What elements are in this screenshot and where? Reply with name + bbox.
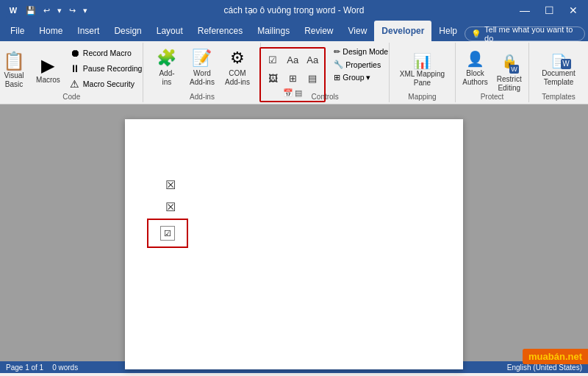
rich-text-control[interactable]: Aa bbox=[283, 51, 302, 68]
block-authors-icon: 👤 bbox=[466, 50, 484, 68]
addins-label: Add-ins bbox=[159, 69, 174, 87]
editing-badge: W bbox=[509, 65, 519, 74]
tab-design[interactable]: Design bbox=[107, 21, 148, 41]
word-badge: W bbox=[561, 59, 571, 69]
tab-review[interactable]: Review bbox=[297, 21, 340, 41]
ribbon-tabs: File Home Insert Design Layout Reference… bbox=[0, 21, 588, 41]
checkbox-symbol-1: ☒ bbox=[165, 178, 176, 192]
undo-button[interactable]: ↩ bbox=[41, 4, 52, 17]
pause-icon: ⏸ bbox=[69, 63, 81, 74]
design-mode-button[interactable]: ✏ Design Mode bbox=[331, 46, 390, 57]
tab-developer[interactable]: Developer bbox=[374, 21, 431, 41]
maximize-button[interactable]: ☐ bbox=[540, 3, 559, 18]
checkbox-content-control[interactable]: ☑ bbox=[263, 51, 282, 68]
tell-me-text: Tell me what you want to do bbox=[484, 25, 578, 43]
checkbox-symbol-2: ☒ bbox=[165, 200, 176, 214]
document-template-button[interactable]: 📄 W DocumentTemplate bbox=[537, 46, 580, 96]
visual-basic-icon: 📋 bbox=[3, 52, 25, 70]
tab-references[interactable]: References bbox=[190, 21, 250, 41]
controls-group-label: Controls bbox=[261, 93, 389, 101]
picture-control[interactable]: 🖼 bbox=[263, 69, 282, 87]
tab-view[interactable]: View bbox=[341, 21, 375, 41]
com-addins-label: COMAdd-ins bbox=[225, 69, 250, 87]
block-authors-button[interactable]: 👤 BlockAuthors bbox=[459, 46, 490, 96]
tab-home[interactable]: Home bbox=[32, 21, 70, 41]
status-right: English (United States) bbox=[507, 363, 582, 372]
macros-button[interactable]: ▶ Macros bbox=[32, 46, 65, 96]
tab-help[interactable]: Help bbox=[431, 21, 465, 41]
dropdown-control[interactable]: ▤ bbox=[303, 69, 322, 87]
document-page[interactable]: ☒ ☒ ☑ bbox=[125, 119, 463, 369]
add-ins-button[interactable]: 🧩 Add-ins bbox=[151, 46, 183, 96]
macro-security-label: Macro Security bbox=[83, 79, 135, 88]
design-mode-icon: ✏ bbox=[334, 47, 340, 56]
tab-file[interactable]: File bbox=[3, 21, 32, 41]
code-group-label: Code bbox=[0, 93, 143, 101]
visual-basic-label: VisualBasic bbox=[4, 71, 24, 89]
muaban-text: muabán bbox=[528, 351, 565, 362]
word-addins-button[interactable]: 📝 WordAdd-ins bbox=[186, 46, 218, 96]
redo-button[interactable]: ↪ bbox=[67, 4, 78, 17]
record-icon: ⏺ bbox=[69, 47, 81, 59]
addins-icon: 🧩 bbox=[157, 49, 176, 68]
group-label: Group ▾ bbox=[343, 73, 370, 82]
ribbon-group-code: 📋 VisualBasic ▶ Macros ⏺ Record Macro ⏸ … bbox=[0, 43, 143, 102]
window-controls: — ☐ ✕ bbox=[515, 3, 582, 18]
lightbulb-icon: 💡 bbox=[471, 29, 481, 39]
muaban-logo: muabán.net bbox=[523, 349, 588, 364]
word-addins-label: WordAdd-ins bbox=[190, 69, 215, 87]
ribbon-group-protect: 👤 BlockAuthors 🔒 W RestrictEditing Prote… bbox=[456, 43, 529, 102]
minimize-button[interactable]: — bbox=[515, 3, 534, 18]
mapping-group-label: Mapping bbox=[390, 93, 455, 101]
xml-mapping-icon: 📊 bbox=[413, 54, 431, 68]
restrict-editing-button[interactable]: 🔒 W RestrictEditing bbox=[494, 46, 525, 96]
tell-me-field[interactable]: 💡 Tell me what you want to do bbox=[465, 26, 585, 41]
document-area: ☒ ☒ ☑ bbox=[0, 104, 588, 361]
document-template-icon: 📄 W bbox=[551, 54, 567, 68]
plain-text-control[interactable]: Aa bbox=[303, 51, 322, 68]
restrict-editing-label: RestrictEditing bbox=[497, 75, 522, 93]
properties-icon: 🔧 bbox=[334, 60, 343, 69]
title-bar-left: W 💾 ↩ ▾ ↪ ▾ bbox=[6, 3, 90, 18]
com-addins-icon: ⚙ bbox=[230, 49, 245, 68]
pause-recording-button[interactable]: ⏸ Pause Recording bbox=[66, 61, 146, 76]
group-button[interactable]: ⊞ Group ▾ bbox=[331, 71, 390, 83]
combo-box-control[interactable]: ⊞ bbox=[283, 69, 302, 87]
design-mode-label: Design Mode bbox=[343, 47, 388, 56]
window-title: cách tạo ô vuông trong word - Word bbox=[224, 5, 365, 15]
record-macro-button[interactable]: ⏺ Record Macro bbox=[66, 46, 146, 60]
properties-button[interactable]: 🔧 Properties bbox=[331, 58, 390, 71]
save-button[interactable]: 💾 bbox=[24, 4, 38, 17]
ribbon-group-templates: 📄 W DocumentTemplate Templates bbox=[529, 43, 588, 102]
customize-quick-access[interactable]: ▾ bbox=[81, 4, 90, 17]
word-app-icon: W bbox=[6, 3, 21, 18]
page-indicator: Page 1 of 1 bbox=[6, 363, 43, 372]
tab-insert[interactable]: Insert bbox=[70, 21, 107, 41]
com-addins-button[interactable]: ⚙ COMAdd-ins bbox=[221, 46, 254, 96]
record-macro-label: Record Macro bbox=[83, 49, 132, 57]
title-bar: W 💾 ↩ ▾ ↪ ▾ cách tạo ô vuông trong word … bbox=[0, 0, 588, 21]
protect-group-label: Protect bbox=[456, 93, 528, 101]
macro-security-button[interactable]: ⚠ Macro Security bbox=[66, 77, 146, 91]
properties-label: Properties bbox=[345, 60, 381, 69]
restrict-editing-icon-area: 🔒 W bbox=[501, 49, 517, 74]
macro-sub-buttons: ⏺ Record Macro ⏸ Pause Recording ⚠ Macro… bbox=[66, 46, 146, 96]
templates-group-label: Templates bbox=[529, 93, 588, 101]
doc-control-box: ☑ bbox=[147, 219, 188, 248]
ribbon-group-controls: ☑ Aa Aa 🖼 ⊞ ▤ 📅 ▤ ✏ Design Mode bbox=[261, 43, 390, 102]
xml-mapping-label: XML MappingPane bbox=[400, 70, 445, 88]
quick-access-toolbar: 💾 ↩ ▾ ↪ ▾ bbox=[24, 4, 90, 17]
macros-icon: ▶ bbox=[41, 57, 54, 74]
undo-dropdown[interactable]: ▾ bbox=[55, 4, 64, 17]
close-button[interactable]: ✕ bbox=[564, 3, 582, 18]
language-indicator: English (United States) bbox=[507, 363, 582, 372]
tab-mailings[interactable]: Mailings bbox=[250, 21, 297, 41]
word-count: 0 words bbox=[52, 363, 78, 372]
doc-checkbox-control: ☑ bbox=[160, 226, 175, 241]
ribbon: 📋 VisualBasic ▶ Macros ⏺ Record Macro ⏸ … bbox=[0, 41, 588, 104]
tab-layout[interactable]: Layout bbox=[149, 21, 190, 41]
block-authors-label: BlockAuthors bbox=[462, 69, 487, 87]
xml-mapping-pane-button[interactable]: 📊 XML MappingPane bbox=[395, 46, 449, 96]
pause-recording-label: Pause Recording bbox=[83, 64, 143, 73]
visual-basic-button[interactable]: 📋 VisualBasic bbox=[0, 46, 30, 96]
